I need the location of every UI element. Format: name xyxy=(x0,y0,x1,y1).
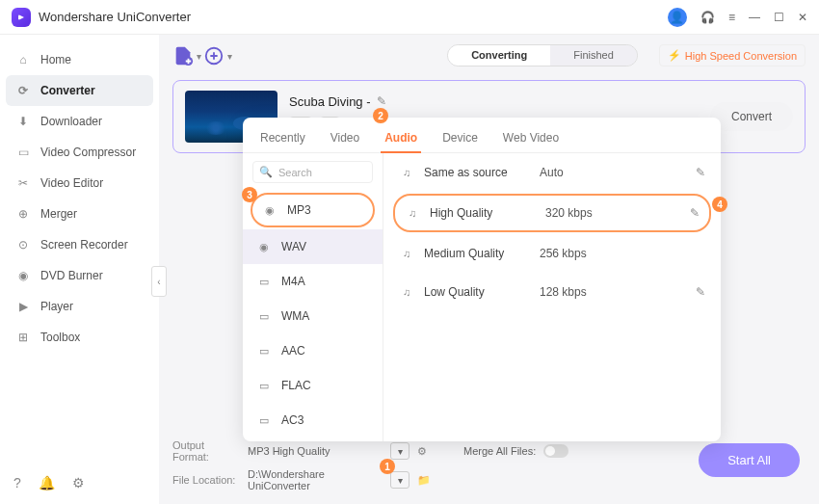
tab-finished[interactable]: Finished xyxy=(550,45,637,66)
quality-name: High Quality xyxy=(430,206,536,220)
file-icon: ▭ xyxy=(256,274,272,289)
add-file-button[interactable]: ▾ xyxy=(172,45,194,66)
tab-audio[interactable]: Audio xyxy=(381,127,421,152)
format-label: WMA xyxy=(281,309,309,323)
app-logo xyxy=(12,8,31,27)
close-icon[interactable]: ✕ xyxy=(798,11,807,24)
sidebar: ⌂Home ⟳Converter ⬇Downloader ▭Video Comp… xyxy=(0,35,159,504)
file-icon: ▭ xyxy=(256,378,272,393)
quality-meta: 320 kbps xyxy=(545,206,680,220)
tab-device[interactable]: Device xyxy=(438,127,482,152)
quality-name: Low Quality xyxy=(424,285,530,299)
format-label: FLAC xyxy=(281,379,311,392)
sidebar-item-recorder[interactable]: ⊙Screen Recorder xyxy=(0,229,159,260)
minimize-icon[interactable]: — xyxy=(749,11,760,24)
start-all-button[interactable]: Start All xyxy=(699,443,800,477)
sidebar-item-compressor[interactable]: ▭Video Compressor xyxy=(0,137,159,168)
disc-icon: ◉ xyxy=(256,239,272,254)
sidebar-item-label: Converter xyxy=(40,84,95,97)
tab-webvideo[interactable]: Web Video xyxy=(499,127,563,152)
quality-high[interactable]: High Quality320 kbps✎ xyxy=(393,194,711,232)
editor-icon: ✂ xyxy=(15,175,31,191)
quality-low[interactable]: Low Quality128 kbps✎ xyxy=(383,273,721,311)
quality-name: Medium Quality xyxy=(424,247,530,260)
bell-icon[interactable]: 🔔 xyxy=(39,475,55,491)
tab-video[interactable]: Video xyxy=(327,127,363,152)
file-icon: ▭ xyxy=(256,412,272,428)
toolbar: ▾ ▾ Converting Finished ⚡High Speed Conv… xyxy=(172,44,806,66)
format-label: AAC xyxy=(281,344,305,358)
menu-icon[interactable]: ≡ xyxy=(728,11,735,24)
quality-edit-icon[interactable]: ✎ xyxy=(696,166,705,179)
quality-same-as-source[interactable]: Same as sourceAuto✎ xyxy=(383,153,721,192)
sidebar-item-converter[interactable]: ⟳Converter xyxy=(6,75,153,106)
sidebar-item-editor[interactable]: ✂Video Editor xyxy=(0,168,159,199)
tab-recently[interactable]: Recently xyxy=(256,127,309,152)
hsp-label: High Speed Conversion xyxy=(685,50,797,62)
format-wav[interactable]: ◉WAV xyxy=(243,229,383,264)
format-mp3[interactable]: ◉MP3 xyxy=(251,193,375,227)
user-avatar-icon[interactable]: 👤 xyxy=(668,8,687,27)
merge-label: Merge All Files: xyxy=(463,445,536,457)
converter-icon: ⟳ xyxy=(15,83,31,98)
format-ac3[interactable]: ▭AC3 xyxy=(243,403,383,438)
callout-2: 2 xyxy=(373,108,388,123)
file-icon: ▭ xyxy=(256,308,272,324)
sidebar-item-home[interactable]: ⌂Home xyxy=(0,44,159,75)
music-icon xyxy=(399,246,414,261)
format-aac[interactable]: ▭AAC xyxy=(243,333,383,368)
sidebar-item-player[interactable]: ▶Player xyxy=(0,291,159,322)
format-search-input[interactable]: 🔍Search xyxy=(252,161,373,183)
maximize-icon[interactable]: ☐ xyxy=(774,11,784,24)
quality-list-column: Same as sourceAuto✎ High Quality320 kbps… xyxy=(383,153,721,441)
file-location-value: D:\Wondershare UniConverter xyxy=(248,468,383,491)
sidebar-item-downloader[interactable]: ⬇Downloader xyxy=(0,106,159,137)
convert-button[interactable]: Convert xyxy=(710,102,793,131)
sidebar-item-toolbox[interactable]: ⊞Toolbox xyxy=(0,322,159,353)
edit-title-icon[interactable]: ✎ xyxy=(377,94,386,108)
quality-meta: 256 kbps xyxy=(540,247,705,260)
disc-icon: ◉ xyxy=(262,202,277,218)
add-folder-button[interactable]: ▾ xyxy=(203,45,225,66)
music-icon xyxy=(405,205,420,221)
high-speed-toggle[interactable]: ⚡High Speed Conversion xyxy=(659,44,806,66)
bolt-icon: ⚡ xyxy=(668,49,681,62)
sidebar-item-label: Player xyxy=(40,300,73,313)
sidebar-item-label: Toolbox xyxy=(40,331,80,344)
quality-meta: 128 kbps xyxy=(540,285,686,299)
file-icon: ▭ xyxy=(256,343,272,358)
sidebar-item-label: Merger xyxy=(40,207,77,221)
music-icon xyxy=(399,165,414,180)
format-label: AC3 xyxy=(281,413,304,427)
quality-edit-icon[interactable]: ✎ xyxy=(696,285,705,299)
sidebar-item-label: Video Compressor xyxy=(40,146,136,159)
merge-toggle[interactable] xyxy=(543,444,568,458)
settings-icon[interactable]: ⚙ xyxy=(72,475,85,491)
quality-edit-icon[interactable]: ✎ xyxy=(690,206,700,220)
format-flac[interactable]: ▭FLAC xyxy=(243,368,383,403)
output-settings-icon[interactable]: ⚙ xyxy=(417,445,427,458)
format-tabs: Recently Video Audio Device Web Video xyxy=(243,118,721,153)
quality-medium[interactable]: Medium Quality256 kbps xyxy=(383,234,721,273)
file-location-dropdown[interactable]: ▾ xyxy=(390,471,410,489)
open-folder-icon[interactable]: 📁 xyxy=(417,474,431,487)
format-m4a[interactable]: ▭M4A xyxy=(243,264,383,299)
toolbox-icon: ⊞ xyxy=(15,330,31,345)
format-wma[interactable]: ▭WMA xyxy=(243,299,383,333)
callout-3: 3 xyxy=(242,187,257,202)
tab-converting[interactable]: Converting xyxy=(448,45,550,66)
quality-name: Same as source xyxy=(424,166,530,179)
help-icon[interactable]: ? xyxy=(13,475,21,491)
callout-1: 1 xyxy=(380,459,395,474)
format-label: M4A xyxy=(281,275,305,288)
sidebar-item-dvd[interactable]: ◉DVD Burner xyxy=(0,260,159,291)
status-segment: Converting Finished xyxy=(447,44,638,66)
sidebar-item-label: Downloader xyxy=(40,115,102,128)
downloader-icon: ⬇ xyxy=(15,114,31,129)
dvd-icon: ◉ xyxy=(15,268,31,283)
sidebar-item-merger[interactable]: ⊕Merger xyxy=(0,199,159,229)
output-format-dropdown[interactable]: ▾ xyxy=(390,442,410,460)
format-list-column: 🔍Search ◉MP3 ◉WAV ▭M4A ▭WMA ▭AAC ▭FLAC ▭… xyxy=(243,153,383,441)
support-icon[interactable]: 🎧 xyxy=(700,11,715,24)
file-location-label: File Location: xyxy=(172,474,240,486)
